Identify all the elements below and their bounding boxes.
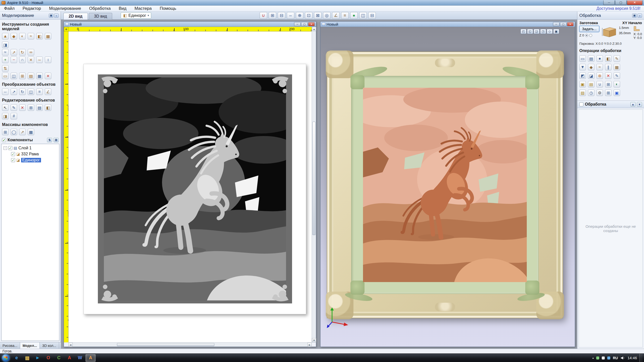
toolpath-list[interactable]: Операции обработки еще не созданы (579, 109, 643, 347)
canvas-2d[interactable] (68, 31, 312, 342)
ruler-icon[interactable]: ≡ (341, 12, 349, 19)
toggle-origin-icon[interactable]: ◇ (547, 29, 553, 34)
close-button[interactable]: ✕ (627, 1, 642, 5)
child-restore-button[interactable]: ▢ (560, 22, 567, 26)
toolpath-prism-icon[interactable]: ◆ (588, 64, 594, 70)
menu-view[interactable]: Вид (115, 6, 131, 11)
edit-node-icon[interactable]: ✎ (11, 104, 17, 111)
taskbar-ie-icon[interactable]: e (12, 354, 22, 362)
update-version-link[interactable]: Доступна версия 9.518! (596, 6, 644, 11)
toolpath-template-save-icon[interactable]: ▣ (579, 81, 586, 87)
taskbar-explorer-icon[interactable]: ▨ (22, 354, 32, 362)
edit-group-icon[interactable]: ◧ (45, 104, 51, 111)
toolpath-copy-icon[interactable]: ⊞ (605, 89, 612, 96)
pan-icon[interactable]: ⇔ (287, 12, 294, 19)
render-3d-artwork[interactable] (363, 88, 527, 282)
tool-extrude-path-icon[interactable]: ↗ (11, 49, 17, 56)
pin-icon[interactable]: ▣ (49, 14, 53, 18)
scroll-down-icon[interactable]: ▼ (312, 338, 316, 342)
tool-merge-model-icon[interactable]: ∩ (19, 57, 26, 63)
grid-toggle-icon[interactable]: ⊞ (269, 12, 276, 19)
edit-copy-icon[interactable]: ⊞ (28, 104, 34, 111)
tree-item-layer1[interactable]: − ✓ ▤ Слой 1 (2, 145, 59, 151)
taskbar-acrobat-icon[interactable]: A (64, 354, 74, 362)
collapse-panel-icon[interactable]: « (54, 14, 59, 18)
vertical-ruler[interactable]: 200 100 0 (64, 31, 68, 342)
horizontal-scrollbar[interactable]: ◄ ► (68, 342, 312, 347)
minimize-button[interactable]: ─ (603, 1, 615, 5)
taskbar-aspire-icon[interactable]: A (86, 354, 96, 362)
display-tray-icon[interactable] (602, 356, 605, 359)
components-visibility-checkbox[interactable]: ✓ (2, 138, 6, 142)
tab-3d-view[interactable]: 3D вид (89, 13, 112, 20)
component-checkbox[interactable]: ✓ (11, 158, 15, 162)
toolpath-engrave-icon[interactable]: ✎ (614, 55, 620, 62)
zoom-in-icon[interactable]: ⊕ (296, 12, 303, 19)
tool-trim-model-icon[interactable]: ✕ (28, 57, 34, 63)
volume-icon[interactable] (620, 356, 625, 360)
expander-icon[interactable]: − (4, 146, 7, 150)
tile-horizontal-icon[interactable]: ◫ (359, 12, 367, 19)
tool-smooth-model-icon[interactable]: ∼ (36, 57, 43, 63)
antivirus-tray-icon[interactable] (596, 356, 599, 359)
transform-scale-icon[interactable]: ↗ (11, 88, 17, 95)
toolpaths-visibility-checkbox[interactable] (579, 102, 583, 106)
tree-item-unicorn[interactable]: ✓ ◪ Единорог (2, 157, 59, 163)
collapse-panel-icon[interactable]: » (637, 14, 642, 18)
pin-icon[interactable]: ▣ (632, 14, 637, 18)
scrollbar-thumb[interactable] (312, 122, 315, 235)
edit-ungroup-icon[interactable]: ◨ (2, 113, 9, 119)
tab-2d-view[interactable]: 2D вид (63, 13, 88, 20)
toolpath-texture-icon[interactable]: ▦ (614, 64, 620, 70)
zoom-selected-icon[interactable]: ◎ (323, 12, 331, 19)
vertical-scrollbar[interactable]: ▲ ▼ (312, 27, 316, 342)
menu-toolpaths[interactable]: Обработка (85, 6, 115, 11)
heightmap-artwork[interactable] (98, 74, 292, 303)
transform-mirror-icon[interactable]: ◫ (28, 88, 34, 95)
zoom-window-icon[interactable]: ⊡ (305, 12, 312, 19)
toolpath-edit-icon[interactable]: ✎ (614, 72, 620, 79)
toolpath-drill-icon[interactable]: ● (596, 55, 603, 62)
toolpath-inlay-icon[interactable]: ◧ (605, 55, 612, 62)
child-minimize-button[interactable]: ─ (553, 22, 559, 26)
material-setup-button[interactable]: Задать... (579, 26, 599, 32)
array-nest-icon[interactable]: ▦ (28, 129, 34, 135)
toolpath-folder-icon[interactable]: ▨ (579, 89, 586, 96)
measure-icon[interactable]: ∠ (332, 12, 340, 19)
menu-edit[interactable]: Редактор (19, 6, 45, 11)
toolpath-finish-3d-icon[interactable]: ◪ (588, 72, 594, 79)
tool-offset-model-icon[interactable]: ⇅ (2, 65, 9, 72)
transform-align-icon[interactable]: ≡ (36, 88, 43, 95)
toolpath-settings-icon[interactable]: ⚙ (596, 89, 603, 96)
window-2d-titlebar[interactable]: Новый ─ ▢ ✕ (64, 22, 316, 27)
menu-help[interactable]: Помощь (156, 6, 180, 11)
tool-sweep-icon[interactable]: ≈ (28, 33, 34, 39)
tab-modeling[interactable]: Модел... (20, 342, 40, 349)
tool-two-rail-sweep-icon[interactable]: ≈ (2, 49, 9, 56)
tool-texture-icon[interactable]: ▦ (45, 33, 51, 39)
transform-measure-icon[interactable]: ∠ (45, 88, 51, 95)
window-3d-titlebar[interactable]: Новый ─ ▢ ✕ (320, 22, 575, 27)
maximize-button[interactable]: ▢ (615, 1, 627, 5)
view-side-icon[interactable]: ◳ (540, 29, 546, 34)
component-checkbox[interactable]: ✓ (11, 152, 15, 156)
show-desktop-button[interactable] (639, 354, 642, 362)
tile-vertical-icon[interactable]: ⊟ (368, 12, 376, 19)
taskbar-word-icon[interactable]: W (75, 354, 85, 362)
toolpath-fluting-icon[interactable]: ∥ (605, 64, 612, 70)
child-restore-button[interactable]: ▢ (301, 22, 308, 26)
clock[interactable]: 14:46 (627, 356, 637, 360)
tool-copy-model-icon[interactable]: ⊞ (19, 73, 26, 79)
guides-toggle-icon[interactable]: ⊟ (278, 12, 285, 19)
components-options-button[interactable]: ⊞ (54, 138, 59, 142)
edit-select-icon[interactable]: ↖ (2, 104, 9, 111)
render-preview-icon[interactable]: ● (350, 12, 358, 19)
toolpath-merge-icon[interactable]: ∪ (596, 81, 603, 87)
component-selector-dropdown[interactable]: ◧ Единорог ▾ (121, 12, 151, 19)
tool-add-model-icon[interactable]: + (2, 57, 9, 63)
toolpath-list-up-button[interactable]: ▴ (630, 102, 635, 107)
toolpath-profile-icon[interactable]: ▭ (579, 55, 586, 62)
tool-paste-model-icon[interactable]: ▤ (28, 73, 34, 79)
tool-twist-icon[interactable]: ∞ (28, 49, 34, 56)
tool-scale-z-icon[interactable]: ↕ (45, 57, 51, 63)
